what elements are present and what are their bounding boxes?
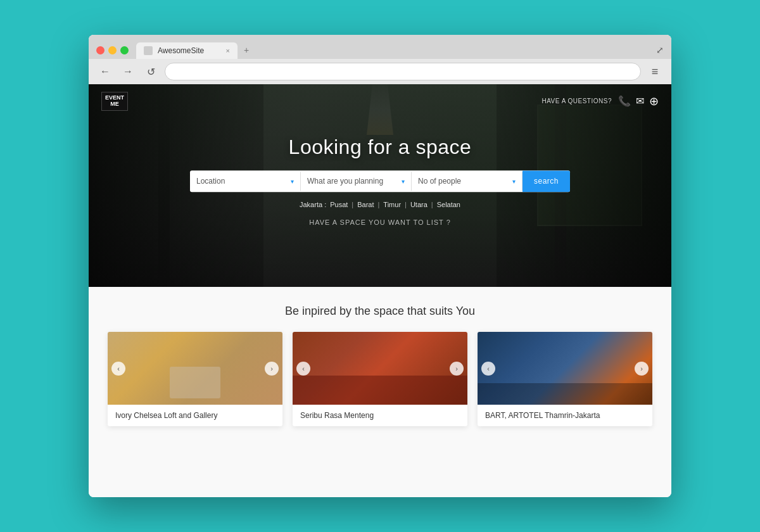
location-dropdown[interactable]: Location ▾ [190,172,301,191]
sep-4: | [431,201,433,208]
contact-icons: 📞 ✉ ⊕ [618,94,659,108]
card-img-bg-1 [108,332,282,405]
expand-button[interactable]: ⤢ [656,45,664,55]
planning-dropdown[interactable]: What are you planning ▾ [301,172,412,191]
browser-window: AwesomeSite × + ⤢ ← → ↺ ≡ [89,35,671,497]
site-header: EVENT ME HAVE A QUESTIONS? 📞 ✉ ⊕ [89,84,671,118]
logo-line2: ME [110,101,119,107]
chevron-left-icon-1: ‹ [117,365,120,372]
space-card-3: ‹ › BART, ARTOTEL Thamrin-Jakarta [478,332,652,426]
window-controls [96,46,129,54]
sep-1: | [352,201,353,208]
card-image-2: ‹ › [293,332,467,405]
back-button[interactable]: ← [96,63,114,80]
new-tab-button[interactable]: + [238,41,255,59]
people-arrow-icon: ▾ [512,178,516,185]
tab-label: AwesomeSite [158,46,204,55]
browser-toolbar: ← → ↺ ≡ [89,59,671,84]
location-placeholder: Location [196,177,225,186]
logo-line1: EVENT [105,94,124,101]
hero-content: Looking for a space Location ▾ What are … [190,136,570,226]
tab-close-button[interactable]: × [226,47,230,54]
website-content: EVENT ME HAVE A QUESTIONS? 📞 ✉ ⊕ Looking… [89,84,671,497]
tab-favicon [144,46,153,55]
chevron-left-icon-2: ‹ [302,365,305,372]
sep-2: | [377,201,379,208]
card-info-1: Ivory Chelsea Loft and Gallery [108,405,282,426]
site-logo: EVENT ME [101,92,128,111]
card-name-1[interactable]: Ivory Chelsea Loft and Gallery [115,411,275,420]
space-cards: ‹ › Ivory Chelsea Loft and Gallery [108,332,652,426]
chevron-right-icon-2: › [455,365,458,372]
quick-link-utara[interactable]: Utara [410,201,428,208]
card-3-next-button[interactable]: › [635,362,649,376]
browser-tab-active[interactable]: AwesomeSite × [136,42,238,59]
jakarta-label: Jakarta : [300,201,326,208]
quick-link-timur[interactable]: Timur [383,201,401,208]
chevron-right-icon-3: › [640,365,643,372]
browser-tabs: AwesomeSite × + [136,41,656,59]
card-1-prev-button[interactable]: ‹ [111,362,125,376]
maximize-button[interactable] [120,46,129,54]
browser-titlebar: AwesomeSite × + ⤢ [89,35,671,59]
card-info-2: Seribu Rasa Menteng [293,405,467,426]
quick-link-barat[interactable]: Barat [357,201,374,208]
card-image-1: ‹ › [108,332,282,405]
have-questions-text: HAVE A QUESTIONS? [542,98,612,104]
card-2-prev-button[interactable]: ‹ [296,362,310,376]
quick-link-pusat[interactable]: Pusat [330,201,348,208]
card-name-2[interactable]: Seribu Rasa Menteng [300,411,460,420]
chevron-left-icon-3: ‹ [487,365,490,372]
people-placeholder: No of people [418,177,461,186]
logo-box: EVENT ME [101,92,128,111]
browser-chrome: AwesomeSite × + ⤢ ← → ↺ ≡ [89,35,671,84]
browser-menu-button[interactable]: ≡ [646,63,664,80]
minimize-button[interactable] [108,46,117,54]
space-card-1: ‹ › Ivory Chelsea Loft and Gallery [108,332,282,426]
close-button[interactable] [96,46,104,54]
header-right: HAVE A QUESTIONS? 📞 ✉ ⊕ [542,94,659,108]
below-fold: Be inpired by the space that suits You ‹… [89,287,671,497]
card-1-next-button[interactable]: › [265,362,279,376]
search-bar: Location ▾ What are you planning ▾ No of… [190,170,570,192]
section-title: Be inpired by the space that suits You [108,305,652,318]
planning-arrow-icon: ▾ [402,178,405,185]
whatsapp-icon[interactable]: ⊕ [649,94,659,108]
card-2-next-button[interactable]: › [450,362,464,376]
phone-icon[interactable]: 📞 [618,95,631,107]
quick-link-selatan[interactable]: Selatan [437,201,460,208]
card-img-bg-3 [478,332,652,405]
card-name-3[interactable]: BART, ARTOTEL Thamrin-Jakarta [485,411,645,420]
card-image-3: ‹ › [478,332,652,405]
hero-title: Looking for a space [190,136,570,159]
chevron-right-icon-1: › [270,365,273,372]
email-icon[interactable]: ✉ [636,95,644,107]
card-img-bg-2 [293,332,467,405]
forward-button[interactable]: → [119,63,137,80]
hero-section: EVENT ME HAVE A QUESTIONS? 📞 ✉ ⊕ Looking… [89,84,671,287]
address-bar[interactable] [165,63,641,80]
reload-button[interactable]: ↺ [142,63,160,80]
sep-3: | [405,201,407,208]
list-space-link[interactable]: HAVE A SPACE YOU WANT TO LIST ? [190,218,570,226]
location-arrow-icon: ▾ [291,178,294,185]
planning-placeholder: What are you planning [307,177,383,186]
card-info-3: BART, ARTOTEL Thamrin-Jakarta [478,405,652,426]
quick-links: Jakarta : Pusat | Barat | Timur | Utara … [190,201,570,208]
people-dropdown[interactable]: No of people ▾ [412,172,522,191]
card-3-prev-button[interactable]: ‹ [481,362,495,376]
search-button[interactable]: search [522,170,570,192]
space-card-2: ‹ › Seribu Rasa Menteng [293,332,467,426]
